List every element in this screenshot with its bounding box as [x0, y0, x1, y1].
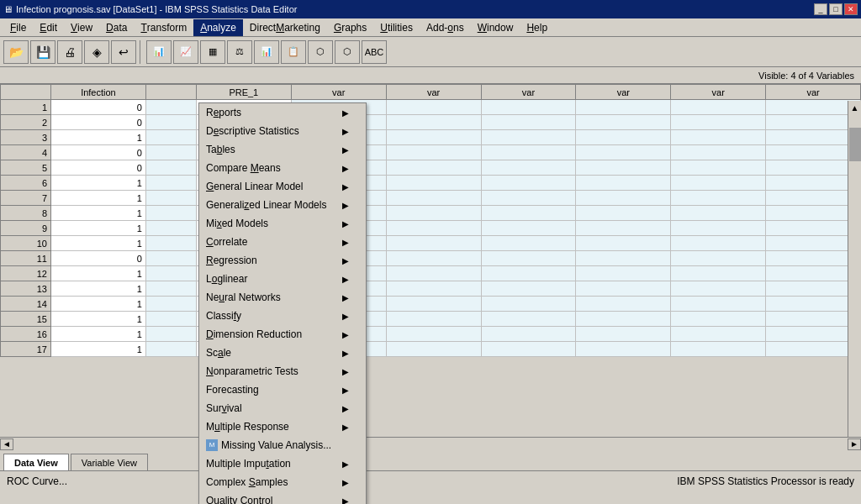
cell-var6 [766, 297, 861, 312]
menu-item-neural-networks[interactable]: Neural Networks ▶ [199, 288, 366, 307]
cell-var6 [766, 312, 861, 327]
col-header-var1[interactable]: var [291, 85, 386, 100]
cell-infection[interactable]: 0 [51, 100, 146, 115]
tab-variable-view[interactable]: Variable View [71, 454, 148, 470]
minimize-button[interactable]: _ [814, 3, 827, 15]
scroll-left-button[interactable]: ◄ [0, 438, 13, 450]
menu-item-nonparametric-tests[interactable]: Nonparametric Tests ▶ [199, 362, 366, 381]
chart3-button[interactable]: 📊 [254, 40, 279, 64]
cell-infection[interactable]: 0 [51, 160, 146, 176]
menu-item-correlate[interactable]: Correlate ▶ [199, 233, 366, 251]
cell-infection[interactable]: 1 [51, 221, 146, 236]
scroll-thumb[interactable] [849, 128, 861, 161]
col-header-pre1[interactable]: PRE_1 [196, 85, 291, 100]
menu-item-regression[interactable]: Regression ▶ [199, 251, 366, 270]
menu-item-generalized-linear-models[interactable]: Generalized Linear Models ▶ [199, 196, 366, 214]
cell-var2 [386, 266, 481, 281]
cell-empty [145, 160, 196, 176]
cell-empty [145, 281, 196, 297]
var1-button[interactable]: ⬡ [308, 40, 333, 64]
menu-item-forecasting[interactable]: Forecasting ▶ [199, 381, 366, 399]
menu-item-reports[interactable]: Reports ▶ [199, 103, 366, 122]
chart2-button[interactable]: 📈 [173, 40, 198, 64]
clipboard-button[interactable]: 📋 [281, 40, 306, 64]
table-row: 3 1 .65201 [1, 130, 861, 145]
menu-add-ons[interactable]: Add-ons [420, 19, 471, 36]
menu-graphs[interactable]: Graphs [327, 19, 373, 36]
cell-infection[interactable]: 0 [51, 145, 146, 160]
menu-item-quality-control[interactable]: Quality Control ▶ [199, 491, 366, 504]
cell-infection[interactable]: 0 [51, 115, 146, 130]
undo-button[interactable]: ↩ [111, 40, 136, 64]
menu-item-descriptive-statistics[interactable]: Descriptive Statistics ▶ [199, 122, 366, 140]
menu-item-general-linear-model[interactable]: General Linear Model ▶ [199, 177, 366, 196]
var2-button[interactable]: ⬡ [335, 40, 360, 64]
cell-infection[interactable]: 1 [51, 130, 146, 145]
close-button[interactable]: ✕ [844, 3, 858, 15]
chart-button[interactable]: 📊 [146, 40, 172, 64]
cell-infection[interactable]: 1 [51, 327, 146, 342]
col-header-var2[interactable]: var [386, 85, 481, 100]
cell-empty [145, 130, 196, 145]
cell-infection[interactable]: 1 [51, 176, 146, 191]
menu-item-survival[interactable]: Survival ▶ [199, 399, 366, 417]
menu-file[interactable]: File [3, 19, 33, 36]
menu-item-tables[interactable]: Tables ▶ [199, 140, 366, 159]
maximize-button[interactable]: □ [829, 3, 843, 15]
menu-analyze[interactable]: Analyze [193, 19, 243, 36]
menu-item-missing-value-analysis[interactable]: M Missing Value Analysis... [199, 436, 366, 454]
cell-infection[interactable]: 1 [51, 206, 146, 221]
table-button[interactable]: ▦ [200, 40, 225, 64]
cell-var4 [576, 145, 671, 160]
menu-help[interactable]: Help [520, 19, 554, 36]
table-row: 2 0 .68513 [1, 115, 861, 130]
menu-utilities[interactable]: Utilities [373, 19, 420, 36]
print-button[interactable]: 🖨 [57, 40, 82, 64]
cell-infection[interactable]: 0 [51, 251, 146, 266]
menu-edit[interactable]: Edit [33, 19, 64, 36]
scroll-right-button[interactable]: ► [848, 438, 861, 450]
dialog-recall-button[interactable]: ◈ [84, 40, 109, 64]
cell-var3 [481, 145, 576, 160]
open-button[interactable]: 📂 [3, 40, 29, 64]
cell-infection[interactable]: 1 [51, 281, 146, 297]
col-header-var6[interactable]: var [766, 85, 861, 100]
cell-infection[interactable]: 1 [51, 312, 146, 327]
menu-item-dimension-reduction[interactable]: Dimension Reduction ▶ [199, 325, 366, 344]
cell-var5 [671, 115, 766, 130]
abc-button[interactable]: ABC [362, 40, 387, 64]
cell-var5 [671, 145, 766, 160]
cell-infection[interactable]: 1 [51, 236, 146, 251]
cell-infection[interactable]: 1 [51, 191, 146, 206]
cell-infection[interactable]: 1 [51, 266, 146, 281]
scroll-up-button[interactable]: ▲ [848, 101, 861, 114]
menu-item-compare-means[interactable]: Compare Means ▶ [199, 159, 366, 177]
col-header-var4[interactable]: var [576, 85, 671, 100]
horizontal-scrollbar[interactable]: ◄ ► [0, 437, 861, 450]
vertical-scrollbar[interactable]: ▲ [848, 101, 861, 437]
save-button[interactable]: 💾 [30, 40, 55, 64]
menu-view[interactable]: View [64, 19, 99, 36]
col-header-infection[interactable]: Infection [51, 85, 146, 100]
tab-data-view-label: Data View [14, 458, 58, 468]
col-header-var5[interactable]: var [671, 85, 766, 100]
col-header-var3[interactable]: var [481, 85, 576, 100]
scale-button[interactable]: ⚖ [227, 40, 252, 64]
menu-item-classify[interactable]: Classify ▶ [199, 307, 366, 325]
cell-infection[interactable]: 1 [51, 342, 146, 357]
menu-direct-marketing[interactable]: Direct Marketing [243, 19, 327, 36]
cell-infection[interactable]: 1 [51, 297, 146, 312]
menu-data[interactable]: Data [99, 19, 134, 36]
menu-item-complex-samples[interactable]: Complex Samples ▶ [199, 473, 366, 491]
cell-var3 [481, 236, 576, 251]
menu-item-loglinear[interactable]: Loglinear ▶ [199, 270, 366, 288]
menu-item-multiple-imputation[interactable]: Multiple Imputation ▶ [199, 454, 366, 473]
cell-var2 [386, 327, 481, 342]
tab-data-view[interactable]: Data View [3, 454, 69, 470]
menu-transform[interactable]: Transform [134, 19, 193, 36]
menu-item-scale[interactable]: Scale ▶ [199, 344, 366, 362]
menu-window[interactable]: Window [471, 19, 520, 36]
menu-item-multiple-response[interactable]: Multiple Response ▶ [199, 417, 366, 436]
cell-var3 [481, 266, 576, 281]
menu-item-mixed-models[interactable]: Mixed Models ▶ [199, 214, 366, 233]
